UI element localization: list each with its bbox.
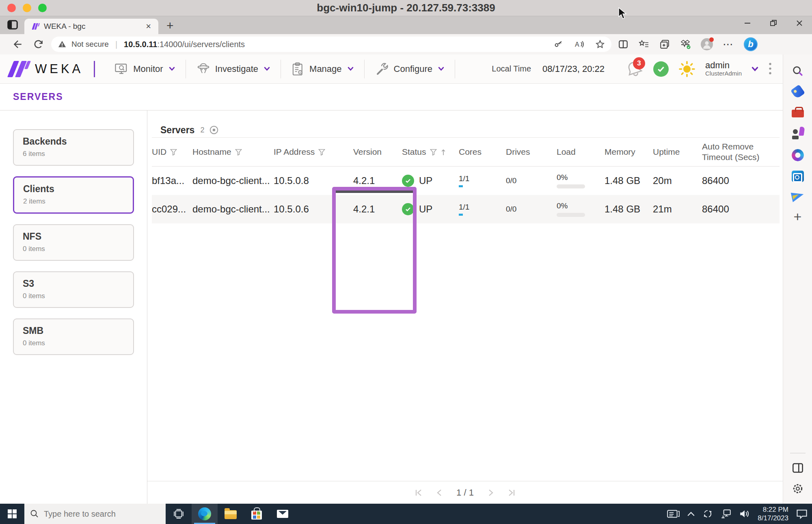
taskbar-edge-icon[interactable] — [192, 504, 218, 524]
tab-close-icon[interactable]: × — [144, 21, 153, 32]
sidebar-outlook-icon[interactable] — [792, 171, 804, 182]
col-drives[interactable]: Drives — [506, 147, 557, 157]
not-secure-warning-icon — [58, 40, 67, 49]
sidebar-tools-icon[interactable] — [792, 110, 804, 117]
first-page-icon[interactable] — [414, 488, 423, 497]
taskbar-search-input[interactable] — [44, 509, 149, 519]
split-screen-icon[interactable] — [618, 39, 628, 50]
sidebar-settings-gear-icon[interactable] — [792, 483, 804, 495]
nav-manage[interactable]: Manage — [281, 62, 364, 76]
password-key-icon[interactable] — [554, 39, 564, 49]
back-icon[interactable] — [9, 39, 26, 50]
hidden-icons-chevron[interactable] — [687, 511, 695, 517]
last-page-icon[interactable] — [507, 488, 516, 497]
address-bar[interactable]: Not secure | 10.5.0.11:14000/ui/servers/… — [51, 37, 611, 52]
col-cores[interactable]: Cores — [459, 147, 506, 157]
card-nfs[interactable]: NFS 0 items — [13, 224, 134, 261]
theme-sun-icon[interactable] — [678, 61, 695, 78]
weka-app-viewport: WEKA Monitor Investigate Manage — [0, 54, 783, 504]
profile-avatar[interactable] — [701, 38, 713, 50]
sort-ascending-icon[interactable] — [441, 148, 446, 156]
sidebar-search-icon[interactable] — [792, 65, 804, 77]
window-close-button[interactable] — [795, 19, 804, 28]
cell-ip: 10.5.0.6 — [274, 204, 353, 215]
nav-investigate[interactable]: Investigate — [186, 63, 281, 76]
start-button[interactable] — [0, 504, 24, 524]
filter-icon[interactable] — [430, 148, 437, 156]
favorite-star-icon[interactable] — [595, 39, 605, 49]
read-aloud-icon[interactable]: A — [574, 39, 585, 49]
favorites-bar-icon[interactable] — [638, 39, 650, 50]
taskbar-clock[interactable]: 8:22 PM 8/17/2023 — [758, 505, 788, 522]
taskbar-file-explorer-icon[interactable] — [218, 504, 244, 524]
overflow-menu-icon[interactable] — [768, 62, 772, 76]
new-tab-button[interactable]: + — [166, 19, 174, 32]
sidebar-panel-icon[interactable] — [792, 463, 803, 473]
nav-monitor[interactable]: Monitor — [104, 63, 185, 75]
filter-icon[interactable] — [235, 148, 242, 156]
browser-essentials-icon[interactable] — [680, 39, 691, 50]
user-menu-chevron-icon[interactable] — [752, 67, 758, 71]
sidebar-games-icon[interactable] — [791, 127, 804, 140]
bing-copilot-icon[interactable]: b — [744, 37, 758, 51]
card-smb[interactable]: SMB 0 items — [13, 318, 134, 355]
cell-hostname: demo-bgc-client... — [192, 175, 274, 186]
col-auto-remove[interactable]: Auto Remove Timeout (Secs) — [702, 141, 780, 163]
col-load[interactable]: Load — [557, 147, 605, 157]
sidebar-microsoft365-icon[interactable] — [792, 149, 804, 161]
col-status[interactable]: Status — [402, 147, 459, 157]
not-secure-label[interactable]: Not secure — [71, 40, 109, 49]
prev-page-icon[interactable] — [435, 488, 444, 497]
sidebar-drop-icon[interactable] — [790, 190, 804, 202]
col-uid[interactable]: UID — [152, 147, 192, 157]
action-center-icon[interactable] — [796, 508, 808, 520]
card-clients[interactable]: Clients 2 items — [13, 176, 134, 214]
filter-icon[interactable] — [170, 148, 177, 156]
volume-icon[interactable] — [739, 509, 750, 519]
notifications-bell-icon[interactable]: 3 — [625, 60, 644, 78]
col-hostname[interactable]: Hostname — [192, 147, 274, 157]
cell-auto-remove: 86400 — [702, 204, 780, 215]
touch-keyboard-icon[interactable] — [667, 509, 680, 519]
col-version[interactable]: Version — [353, 147, 402, 157]
table-row[interactable]: cc029... demo-bgc-client... 10.5.0.6 4.2… — [152, 195, 780, 223]
collections-icon[interactable] — [659, 39, 670, 50]
tray-app-icon[interactable] — [702, 509, 713, 519]
network-icon[interactable] — [720, 509, 732, 519]
col-ip-address[interactable]: IP Address — [274, 147, 353, 157]
refresh-icon[interactable] — [30, 39, 47, 50]
card-s3[interactable]: S3 0 items — [13, 271, 134, 308]
notification-count-badge: 3 — [633, 57, 645, 69]
mac-titlebar: bgc-win10-jump - 20.127.59.73:3389 — [0, 0, 812, 16]
browser-menu-icon[interactable]: ⋯ — [723, 38, 734, 51]
filter-icon[interactable] — [318, 148, 326, 156]
cell-load: 0% — [557, 173, 605, 188]
window-restore-button[interactable] — [769, 19, 778, 28]
next-page-icon[interactable] — [486, 488, 495, 497]
rdp-window-title: bgc-win10-jump - 20.127.59.73:3389 — [0, 2, 812, 14]
weka-header: WEKA Monitor Investigate Manage — [0, 54, 783, 84]
tab-actions-icon[interactable] — [6, 19, 19, 31]
taskbar-search[interactable] — [24, 504, 166, 524]
url-text[interactable]: 10.5.0.11:14000/ui/servers/clients — [124, 40, 549, 49]
col-uptime[interactable]: Uptime — [653, 147, 702, 157]
table-row[interactable]: bf13a... demo-bgc-client... 10.5.0.8 4.2… — [152, 167, 780, 195]
task-view-button[interactable] — [166, 504, 192, 524]
browser-tab[interactable]: WEKA - bgc × — [24, 19, 158, 34]
window-minimize-button[interactable] — [743, 19, 752, 28]
page-title: SERVERS — [13, 91, 63, 102]
user-menu[interactable]: admin ClusterAdmin — [705, 61, 742, 77]
sidebar-shopping-icon[interactable] — [790, 84, 805, 99]
card-backends[interactable]: Backends 6 items — [13, 129, 134, 166]
nav-configure[interactable]: Configure — [365, 62, 455, 76]
svg-text:A: A — [575, 41, 579, 48]
watch-eye-icon[interactable] — [209, 125, 219, 135]
cell-load: 0% — [557, 201, 605, 217]
taskbar-mail-icon[interactable] — [270, 504, 296, 524]
taskbar-store-icon[interactable] — [244, 504, 270, 524]
col-memory[interactable]: Memory — [605, 147, 653, 157]
cluster-health-icon[interactable] — [653, 61, 669, 77]
chevron-down-icon — [348, 67, 354, 71]
sidebar-add-icon[interactable]: + — [794, 210, 802, 223]
cell-uid: bf13a... — [152, 175, 192, 186]
